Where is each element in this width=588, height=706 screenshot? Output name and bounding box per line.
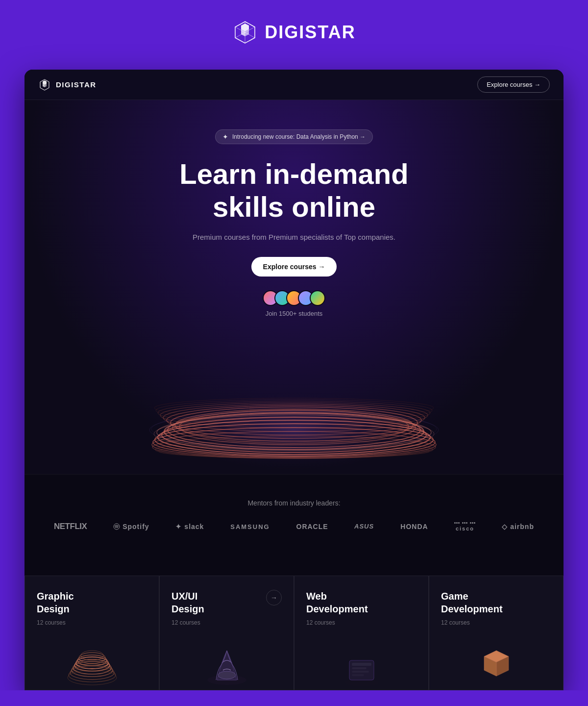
torus-svg: // Can't use script here, using static S… — [122, 332, 466, 469]
svg-rect-43 — [352, 671, 369, 673]
hero-subtitle: Premium courses from Premium specialists… — [44, 233, 544, 241]
course-graphic-thumbnail — [37, 636, 147, 690]
course-game-title: GameDevelopment — [441, 590, 551, 615]
svg-rect-41 — [352, 663, 371, 666]
mentors-section: Mentors from industry leaders: NETFLIX S… — [24, 474, 564, 551]
students-count-text: Join 1500+ students — [266, 310, 323, 317]
mentor-logo-spotify: Spotify — [113, 523, 149, 530]
course-game-count: 12 courses — [441, 619, 551, 626]
mentor-logo-oracle: ORACLE — [296, 523, 328, 530]
svg-point-27 — [68, 670, 117, 685]
course-card-game[interactable]: GameDevelopment 12 courses — [429, 576, 564, 690]
hero-title: Learn in-demand skills online — [122, 158, 466, 223]
nav-logo-text: Digistar — [56, 80, 97, 89]
svg-rect-42 — [352, 667, 367, 669]
course-uxui-thumbnail — [172, 636, 282, 690]
mentor-logo-asus: ASUS — [354, 523, 374, 530]
course-card-web[interactable]: WebDevelopment 12 courses — [294, 576, 429, 690]
course-uxui-count: 12 courses — [172, 619, 282, 626]
top-logo-icon — [232, 20, 258, 45]
mentor-logo-cisco: cisco — [454, 522, 475, 531]
course-game-thumbnail — [441, 636, 551, 690]
badge-spark-icon: ✦ — [222, 133, 228, 141]
course-graphic-design-count: 12 courses — [37, 619, 147, 626]
course-card-graphic-design[interactable]: GraphicDesign 12 courses — [24, 576, 159, 690]
avatar-5 — [310, 290, 325, 306]
new-course-badge[interactable]: ✦ Introducing new course: Data Analysis … — [215, 129, 373, 144]
svg-rect-44 — [352, 674, 364, 676]
hero-section: ✦ Introducing new course: Data Analysis … — [24, 100, 564, 474]
hero-title-line2: skills online — [213, 191, 375, 223]
mentor-logo-slack: ✦ slack — [175, 523, 204, 530]
nav-logo: Digistar — [38, 78, 97, 91]
top-logo-text: Digistar — [265, 22, 355, 43]
badge-text: Introducing new course: Data Analysis in… — [232, 133, 366, 140]
mentor-logo-samsung: SAMSUNG — [230, 523, 270, 530]
mentors-title: Mentors from industry leaders: — [54, 499, 534, 507]
mentors-logos-row: NETFLIX Spotify ✦ slack SAMSUNG ORACLE A… — [54, 522, 534, 531]
avatars-group — [263, 290, 325, 306]
hero-title-line1: Learn in-demand — [179, 158, 408, 190]
svg-text:ASUS: ASUS — [354, 523, 374, 530]
mentor-logo-honda: HONDA — [400, 523, 428, 530]
bottom-area — [0, 690, 588, 706]
mentor-logo-airbnb: ◇ airbnb — [502, 523, 534, 530]
torus-visual: // Can't use script here, using static S… — [44, 327, 544, 474]
top-header: Digistar — [0, 0, 588, 70]
top-logo: Digistar — [232, 20, 355, 45]
nav-logo-icon — [38, 78, 51, 91]
course-web-count: 12 courses — [306, 619, 416, 626]
course-uxui-title: UX/UIDesign — [172, 590, 282, 615]
students-row: Join 1500+ students — [44, 290, 544, 317]
svg-point-38 — [218, 671, 236, 679]
course-web-title: WebDevelopment — [306, 590, 416, 615]
hero-explore-button[interactable]: Explore courses → — [251, 257, 337, 277]
course-web-thumbnail — [306, 636, 416, 690]
course-graphic-design-title: GraphicDesign — [37, 590, 147, 615]
browser-window: Digistar Explore courses → ✦ Introducing… — [24, 70, 564, 690]
course-card-uxui[interactable]: UX/UIDesign 12 courses → — [159, 576, 294, 690]
mentor-logo-netflix: NETFLIX — [54, 522, 87, 531]
nav-bar: Digistar Explore courses → — [24, 70, 564, 100]
courses-section: GraphicDesign 12 courses — [24, 551, 564, 690]
nav-explore-button[interactable]: Explore courses → — [477, 76, 550, 93]
